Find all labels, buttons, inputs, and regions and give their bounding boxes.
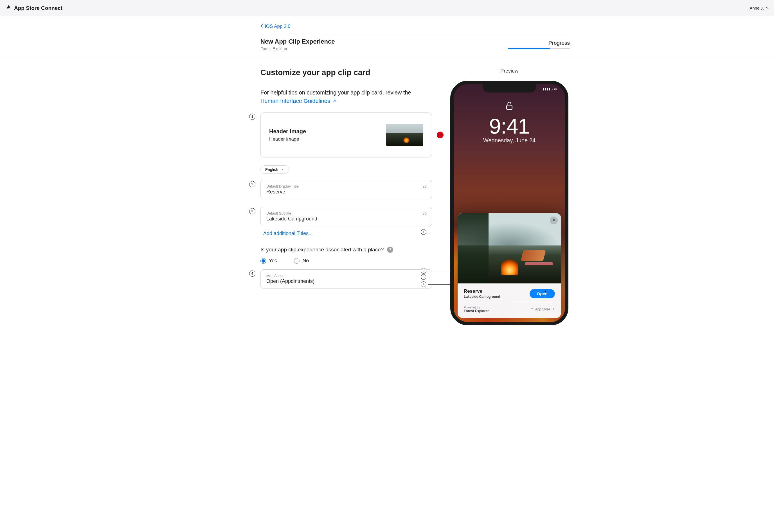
user-menu[interactable]: Anne J. (750, 6, 769, 10)
header-image-title: Header image (269, 128, 306, 135)
radio-dot-icon (260, 258, 266, 264)
clip-subtitle: Lakeside Campground (464, 295, 526, 299)
progress-bar (508, 48, 570, 49)
intro-text: For helpful tips on customizing your app… (260, 88, 432, 105)
clip-hero-image: ✕ (458, 213, 561, 283)
chevron-down-icon (421, 276, 426, 282)
phone-notch (483, 84, 536, 93)
header-image-card[interactable]: Header image Header image (260, 112, 432, 157)
page-subtitle: Forest Explorer (260, 46, 335, 51)
clip-powered-label: Powered by (464, 306, 528, 309)
chevron-left-icon (260, 24, 263, 29)
title-char-remaining: 23 (423, 184, 427, 188)
display-title-value: Reserve (266, 189, 426, 195)
brand: App Store Connect (5, 4, 62, 12)
battery-icon: ▭ (554, 87, 557, 91)
callout-arrow-up (545, 292, 545, 300)
language-select[interactable]: English (260, 165, 289, 174)
place-radio-no[interactable]: No (294, 258, 309, 264)
page-titlebar: New App Clip Experience Forest Explorer … (260, 34, 570, 57)
lock-date: Wednesday, June 24 (454, 137, 565, 144)
progress-fill (508, 48, 550, 49)
brand-label: App Store Connect (14, 5, 62, 11)
step-badge-2: 2 (249, 181, 255, 187)
page-title: New App Clip Experience (260, 38, 335, 45)
map-action-select[interactable]: Map Action Open (Appointments) (260, 269, 432, 288)
preview-heading: Preview (449, 68, 570, 74)
chevron-down-icon (766, 6, 769, 10)
minus-icon (439, 135, 442, 135)
radio-dot-icon (294, 258, 300, 264)
chevron-down-icon (281, 167, 284, 172)
lock-time: 9:41 (454, 114, 565, 138)
clip-open-button[interactable]: Open (530, 289, 555, 298)
add-additional-titles-link[interactable]: Add additional Titles... (263, 231, 432, 236)
map-action-value: Open (Appointments) (266, 278, 314, 284)
breadcrumb-back-link[interactable]: iOS App 2.0 (260, 24, 291, 29)
subtitle-char-remaining: 36 (423, 211, 427, 215)
brand-icon (5, 4, 11, 12)
subtitle-value: Lakeside Campground (266, 216, 426, 222)
app-clip-card: ✕ Reserve Lakeside Campground Open (458, 213, 561, 318)
hig-link[interactable]: Human Interface Guidelines (260, 97, 336, 105)
place-question: Is your app clip experience associated w… (260, 247, 432, 253)
lock-screen: 9:41 Wednesday, June 24 (454, 101, 565, 144)
clip-close-button[interactable]: ✕ (550, 217, 558, 224)
step-badge-1: 1 (249, 114, 255, 120)
close-icon: ✕ (552, 218, 556, 223)
clip-appstore-link[interactable]: App Store (530, 307, 555, 311)
display-title-field[interactable]: Default Display Title Reserve 23 (260, 180, 432, 199)
clip-powered-app: Forest Explorer (464, 309, 528, 313)
topbar: App Store Connect Anne J. (0, 0, 774, 16)
wifi-icon: ◞ (552, 87, 553, 91)
breadcrumb: iOS App 2.0 (260, 16, 570, 30)
step-badge-4: 4 (249, 270, 255, 277)
external-link-icon (332, 97, 336, 105)
chevron-right-icon (552, 307, 555, 311)
help-icon[interactable]: ? (387, 247, 393, 253)
clip-title: Reserve (464, 288, 526, 294)
section-heading: Customize your app clip card (260, 68, 432, 77)
svg-rect-0 (507, 105, 512, 109)
place-radio-yes[interactable]: Yes (260, 258, 277, 264)
phone-preview: ▮▮▮▮ ◞ ▭ 9:41 Wednesday, June 24 (450, 81, 568, 325)
lock-icon (506, 101, 513, 111)
remove-header-image-button[interactable] (437, 132, 444, 138)
user-name: Anne J. (750, 6, 764, 10)
subtitle-field[interactable]: Default Subtitle Lakeside Campground 36 (260, 207, 432, 226)
header-image-thumb (386, 124, 423, 146)
signal-icon: ▮▮▮▮ (543, 87, 550, 91)
header-image-subtitle: Header image (269, 136, 306, 142)
appstore-icon (530, 307, 534, 311)
progress-label: Progress (508, 40, 570, 46)
breadcrumb-back-label: iOS App 2.0 (265, 24, 291, 29)
step-badge-3: 3 (249, 208, 255, 214)
